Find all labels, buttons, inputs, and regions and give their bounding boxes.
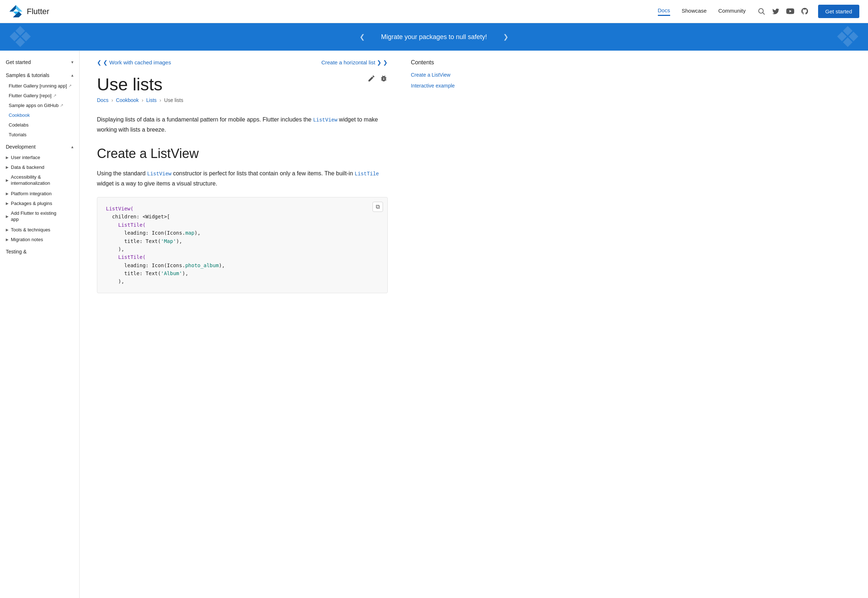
samples-chevron: ▴ [71, 73, 73, 78]
sidebar-item-cookbook[interactable]: Cookbook [0, 110, 79, 120]
main-content: ❮ ❮ Work with cached images Create a hor… [79, 51, 405, 598]
sidebar-item-flutter-gallery-app[interactable]: Flutter Gallery [running app] ↗ [0, 81, 79, 91]
breadcrumb-cookbook[interactable]: Cookbook [116, 97, 139, 103]
sidebar-subsection-label: Packages & plugins [11, 201, 52, 206]
banner-diamond-left: ❖ [7, 20, 33, 54]
subsection-arrow: ▶ [6, 155, 9, 160]
toc-item-create-listview[interactable]: Create a ListView [411, 72, 479, 79]
subsection-arrow: ▶ [6, 201, 9, 205]
intro-text-1: Displaying lists of data is a fundamenta… [97, 117, 313, 123]
announcement-banner: ❖ ❮ Migrate your packages to null safety… [0, 23, 868, 51]
section1-text-2: constructor is perfect for lists that co… [171, 170, 355, 176]
sidebar-item-label: Flutter Gallery [repo] [9, 93, 52, 98]
nav-docs[interactable]: Docs [658, 7, 670, 16]
nav-showcase[interactable]: Showcase [682, 7, 707, 15]
sidebar-item-tutorials[interactable]: Tutorials [0, 130, 79, 139]
sidebar-subsection-label: Platform integration [11, 191, 52, 196]
banner-next-arrow[interactable]: ❯ [499, 30, 513, 44]
get-started-button[interactable]: Get started [818, 5, 859, 18]
sidebar-section-samples: Samples & tutorials ▴ Flutter Gallery [r… [0, 69, 79, 139]
next-link-text: Create a horizontal list ❯ [321, 59, 381, 66]
listview-code-1: ListView [313, 117, 337, 123]
get-started-chevron: ▾ [71, 60, 73, 65]
subsection-arrow: ▶ [6, 165, 9, 169]
toc-title: Contents [411, 59, 479, 66]
nav-community[interactable]: Community [718, 7, 746, 15]
prev-page-link[interactable]: ❮ ❮ Work with cached images [97, 59, 171, 66]
breadcrumb-lists[interactable]: Lists [146, 97, 157, 103]
main-nav: Docs Showcase Community [658, 7, 746, 16]
svg-point-5 [759, 8, 763, 13]
sidebar-section-get-started: Get started ▾ [0, 57, 79, 68]
breadcrumb-sep: › [111, 97, 113, 103]
external-link-icon: ↗ [53, 93, 57, 98]
sidebar-subsection-label: Tools & techniques [11, 227, 50, 232]
subsection-arrow: ▶ [6, 238, 9, 242]
development-chevron: ▴ [71, 144, 73, 150]
sidebar-item-accessibility[interactable]: ▶ Accessibility &internationalization [0, 172, 79, 189]
external-link-icon: ↗ [60, 103, 63, 108]
svg-marker-4 [13, 15, 16, 17]
sidebar-item-label: Flutter Gallery [running app] [9, 83, 67, 88]
youtube-icon[interactable] [786, 7, 795, 16]
sidebar-section-testing: Testing & [0, 246, 79, 257]
sidebar-subsection-label: Add Flutter to existingapp [11, 211, 57, 223]
bug-icon[interactable] [380, 75, 388, 84]
svg-marker-0 [16, 5, 22, 12]
subsection-arrow: ▶ [6, 228, 9, 232]
sidebar-subsection-label: User interface [11, 155, 40, 160]
sidebar-item-platform-integration[interactable]: ▶ Platform integration [0, 189, 79, 199]
github-icon[interactable] [801, 7, 810, 16]
sidebar-item-data-backend[interactable]: ▶ Data & backend [0, 162, 79, 172]
sidebar-item-flutter-gallery-repo[interactable]: Flutter Gallery [repo] ↗ [0, 91, 79, 100]
section1-text-1: Using the standard [97, 170, 147, 176]
header: Flutter Docs Showcase Community [0, 0, 868, 23]
sidebar-get-started-header[interactable]: Get started ▾ [0, 57, 79, 68]
sidebar-section-development: Development ▴ ▶ User interface ▶ Data & … [0, 141, 79, 244]
breadcrumb-docs[interactable]: Docs [97, 97, 109, 103]
breadcrumb-current: Use lists [164, 97, 183, 103]
breadcrumb-sep: › [142, 97, 144, 103]
listtile-link[interactable]: ListTile [355, 170, 379, 176]
sidebar-development-header[interactable]: Development ▴ [0, 141, 79, 152]
sidebar-samples-header[interactable]: Samples & tutorials ▴ [0, 69, 79, 81]
section1-body: Using the standard ListView constructor … [97, 169, 388, 188]
sidebar-subsection-label: Accessibility &internationalization [11, 174, 50, 187]
sidebar-subsection-label: Migration notes [11, 237, 43, 242]
logo-link[interactable]: Flutter [9, 4, 49, 19]
sidebar-item-add-flutter[interactable]: ▶ Add Flutter to existingapp [0, 208, 79, 225]
subsection-arrow: ▶ [6, 178, 9, 182]
sidebar-item-sample-apps[interactable]: Sample apps on GitHub ↗ [0, 100, 79, 110]
banner-prev-arrow[interactable]: ❮ [355, 30, 369, 44]
page-layout: Get started ▾ Samples & tutorials ▴ Flut… [0, 51, 868, 598]
toc-item-interactive-example[interactable]: Interactive example [411, 82, 479, 90]
sidebar-samples-label: Samples & tutorials [6, 72, 49, 78]
edit-icon[interactable] [367, 75, 376, 84]
sidebar-item-tools-techniques[interactable]: ▶ Tools & techniques [0, 225, 79, 235]
next-page-link[interactable]: Create a horizontal list ❯ ❯ [321, 59, 388, 66]
sidebar-development-label: Development [6, 144, 36, 150]
listview-code-2: ListView [147, 171, 171, 177]
sidebar-item-migration-notes[interactable]: ▶ Migration notes [0, 235, 79, 244]
copy-code-button[interactable]: ⧉ [373, 202, 383, 212]
sidebar: Get started ▾ Samples & tutorials ▴ Flut… [0, 51, 79, 598]
flutter-logo-icon [9, 4, 23, 19]
search-icon[interactable] [757, 7, 766, 16]
listview-link-2[interactable]: ListView [147, 170, 171, 176]
code-content: ListView( children: <Widget>[ ListTile( … [106, 205, 379, 286]
subsection-arrow: ▶ [6, 214, 9, 218]
intro-paragraph: Displaying lists of data is a fundamenta… [97, 115, 388, 135]
sidebar-item-codelabs[interactable]: Codelabs [0, 120, 79, 130]
sidebar-testing-header[interactable]: Testing & [0, 246, 79, 257]
sidebar-item-packages-plugins[interactable]: ▶ Packages & plugins [0, 199, 79, 208]
page-navigation: ❮ ❮ Work with cached images Create a hor… [97, 59, 388, 66]
prev-link-text: ❮ Work with cached images [103, 59, 171, 66]
listview-link-1[interactable]: ListView [313, 117, 337, 123]
twitter-icon[interactable] [772, 7, 780, 16]
sidebar-item-user-interface[interactable]: ▶ User interface [0, 152, 79, 162]
sidebar-item-label: Sample apps on GitHub [9, 103, 58, 108]
header-icons [757, 7, 810, 16]
sidebar-subsection-label: Data & backend [11, 164, 45, 170]
code-block: ⧉ ListView( children: <Widget>[ ListTile… [97, 197, 388, 293]
svg-line-6 [763, 13, 765, 15]
